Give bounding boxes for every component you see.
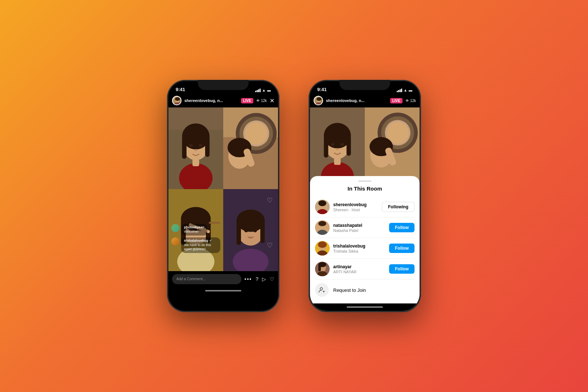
status-icons-left: ▲ ▬ — [255, 88, 271, 92]
video-section-left: photosbyean Welcome! trishalalovebug ✓ W… — [168, 107, 278, 271]
svg-point-69 — [318, 200, 326, 206]
phone-screen-right: 9:41 ▲ ▬ shereenloveb — [310, 81, 420, 311]
svg-point-10 — [199, 144, 203, 147]
svg-rect-8 — [205, 136, 209, 157]
svg-point-45 — [317, 97, 322, 101]
svg-rect-56 — [334, 158, 340, 165]
comment-text-1: photosbyean Welcome! — [181, 224, 207, 235]
follow-button-2[interactable]: Follow — [389, 244, 415, 253]
bar2 — [257, 90, 258, 92]
svg-point-65 — [383, 154, 386, 156]
host-avatar-left — [172, 96, 181, 105]
comment-body-2: We have to do this again guyssss! — [184, 243, 211, 251]
svg-rect-40 — [260, 221, 265, 243]
battery-icon-left: ▬ — [267, 88, 271, 92]
rbar1 — [397, 91, 398, 92]
rbar4 — [401, 89, 402, 92]
panel-item-3: artinayar ARTI NAYAR Follow — [315, 259, 415, 279]
status-time-right: 9:41 — [317, 87, 327, 92]
in-this-room-panel: In This Room shereenlovebug She — [310, 176, 420, 311]
bottom-toolbar-left: Add a Comment... ••• ? ▷ ♡ — [168, 271, 278, 287]
panel-username-3: artinayar — [333, 264, 385, 269]
follow-button-3[interactable]: Follow — [389, 264, 415, 274]
eye-icon-left: 👁 — [256, 99, 260, 103]
panel-list: shereenlovebug Shereen · Host Following — [310, 197, 420, 301]
panel-handle — [358, 180, 371, 182]
viewer-number-right: 12k — [410, 99, 416, 103]
svg-rect-51 — [347, 136, 351, 156]
panel-avatar-0 — [315, 200, 330, 214]
phone-notch-right — [339, 80, 390, 90]
heart-icon-1: ♡ — [267, 196, 273, 204]
comment-username-2: trishalalovebug ✓ — [184, 239, 212, 242]
svg-point-1 — [175, 97, 180, 101]
follow-button-1[interactable]: Follow — [389, 223, 415, 232]
toolbar-icons-left: ••• ? ▷ ♡ — [244, 276, 274, 282]
heart-icon-2: ♡ — [267, 241, 273, 249]
phone-screen-left: 9:41 ▲ ▬ shereenloveb — [168, 81, 278, 311]
signal-bars-left — [255, 89, 261, 92]
bar4 — [260, 89, 261, 92]
panel-avatar-1 — [315, 220, 330, 235]
home-bar-left — [205, 290, 241, 291]
panel-info-2: trishalalovebug Trishala Sikka — [333, 244, 385, 253]
svg-point-64 — [376, 154, 379, 156]
live-header-right: shereenlovebug, n... LIVE 👁 12k — [310, 94, 420, 107]
home-indicator-right — [310, 303, 420, 311]
comment-text-2: trishalalovebug ✓ We have to do this aga… — [181, 237, 220, 253]
comment-avatar-1 — [171, 224, 179, 232]
panel-realname-2: Trishala Sikka — [333, 249, 385, 253]
question-icon-left[interactable]: ? — [256, 276, 258, 282]
svg-point-73 — [318, 221, 326, 226]
left-phone: 9:41 ▲ ▬ shereenloveb — [167, 80, 279, 312]
bar1 — [255, 91, 256, 92]
video-grid-left: photosbyean Welcome! trishalalovebug ✓ W… — [168, 107, 278, 271]
live-username-right: shereenlovebug, n... — [326, 98, 387, 103]
svg-point-53 — [340, 143, 344, 146]
home-indicator-left — [168, 287, 278, 294]
panel-username-2: trishalalovebug — [333, 244, 385, 249]
svg-rect-7 — [182, 136, 187, 159]
live-header-left: shereenlovebug, n... LIVE 👁 12k ✕ — [168, 94, 278, 107]
comment-placeholder-left: Add a Comment... — [176, 277, 206, 281]
svg-point-52 — [331, 143, 334, 146]
viewer-number-left: 12k — [261, 99, 267, 103]
comment-item-2: trishalalovebug ✓ We have to do this aga… — [171, 237, 220, 253]
home-bar-right — [347, 306, 383, 308]
eye-icon-right: 👁 — [405, 99, 409, 103]
comments-overlay: photosbyean Welcome! trishalalovebug ✓ W… — [171, 224, 220, 254]
right-video-cell-2 — [365, 107, 420, 187]
panel-info-0: shereenlovebug Shereen · Host — [333, 202, 378, 212]
viewer-count-left: 👁 12k — [256, 99, 267, 103]
bar3 — [258, 89, 259, 92]
video-cell-2 — [223, 107, 278, 189]
svg-point-2 — [174, 102, 181, 105]
phone-notch-left — [198, 80, 249, 90]
heart-icon-left[interactable]: ♡ — [270, 276, 274, 282]
svg-point-22 — [234, 155, 237, 157]
rbar3 — [400, 89, 401, 92]
panel-username-0: shereenlovebug — [333, 202, 378, 207]
more-options-icon-left[interactable]: ••• — [244, 276, 252, 282]
svg-point-42 — [253, 229, 257, 232]
video-grid-right — [310, 107, 420, 187]
battery-icon-right: ▬ — [409, 88, 412, 92]
video-cell-4: ♡ ♡ — [223, 189, 278, 271]
wifi-icon-left: ▲ — [262, 88, 266, 92]
request-to-join-item[interactable]: Request to Join — [315, 279, 415, 301]
follow-button-0[interactable]: Following — [382, 202, 415, 212]
send-icon-left[interactable]: ▷ — [262, 276, 266, 282]
comment-username-1: photosbyean — [184, 225, 204, 229]
status-time-left: 9:41 — [176, 87, 185, 92]
svg-rect-13 — [192, 159, 199, 166]
comment-item-1: photosbyean Welcome! — [171, 224, 220, 235]
panel-item-1: natasshapatel Natasha Patel Follow — [315, 217, 415, 238]
comment-input-left[interactable]: Add a Comment... — [172, 274, 241, 284]
panel-realname-3: ARTI NAYAR — [333, 270, 385, 274]
video-cell-1 — [168, 107, 223, 189]
live-badge-right: LIVE — [390, 98, 403, 103]
panel-avatar-3 — [315, 262, 330, 276]
close-button-left[interactable]: ✕ — [270, 97, 274, 104]
svg-rect-50 — [324, 136, 328, 158]
status-icons-right: ▲ ▬ — [397, 88, 412, 92]
